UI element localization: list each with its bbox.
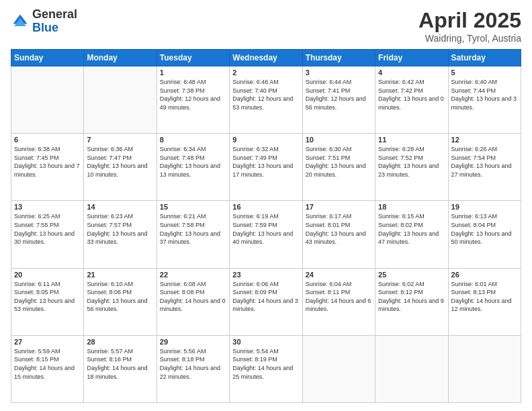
calendar-cell: 14Sunrise: 6:23 AMSunset: 7:57 PMDayligh… xyxy=(84,201,157,268)
calendar-cell: 7Sunrise: 6:36 AMSunset: 7:47 PMDaylight… xyxy=(84,134,157,201)
day-number: 11 xyxy=(378,136,445,144)
calendar-cell: 19Sunrise: 6:13 AMSunset: 8:04 PMDayligh… xyxy=(448,201,521,268)
day-number: 1 xyxy=(160,68,226,77)
title-block: April 2025 Waidring, Tyrol, Austria xyxy=(418,8,521,44)
calendar-cell: 5Sunrise: 6:40 AMSunset: 7:44 PMDaylight… xyxy=(448,66,521,134)
logo-blue-text: Blue xyxy=(32,21,58,34)
calendar-cell xyxy=(302,335,375,402)
day-detail: Sunrise: 6:30 AMSunset: 7:51 PMDaylight:… xyxy=(306,145,372,179)
day-number: 2 xyxy=(232,68,299,77)
calendar-cell: 4Sunrise: 6:42 AMSunset: 7:42 PMDaylight… xyxy=(375,66,448,134)
calendar-cell xyxy=(11,66,84,134)
day-detail: Sunrise: 6:36 AMSunset: 7:47 PMDaylight:… xyxy=(87,145,153,179)
calendar-cell: 1Sunrise: 6:48 AMSunset: 7:38 PMDaylight… xyxy=(157,66,229,134)
sub-title: Waidring, Tyrol, Austria xyxy=(418,33,521,44)
weekday-header-monday: Monday xyxy=(84,50,157,66)
day-detail: Sunrise: 6:10 AMSunset: 8:06 PMDaylight:… xyxy=(87,280,153,314)
day-number: 29 xyxy=(160,338,226,346)
calendar-cell: 18Sunrise: 6:15 AMSunset: 8:02 PMDayligh… xyxy=(375,201,448,268)
day-number: 10 xyxy=(306,136,372,144)
calendar-cell xyxy=(375,335,448,402)
week-row-1: 6Sunrise: 6:38 AMSunset: 7:45 PMDaylight… xyxy=(11,134,521,201)
weekday-header-thursday: Thursday xyxy=(302,50,375,66)
calendar-cell: 21Sunrise: 6:10 AMSunset: 8:06 PMDayligh… xyxy=(84,268,157,335)
calendar-cell: 27Sunrise: 5:59 AMSunset: 8:15 PMDayligh… xyxy=(11,335,84,402)
day-number: 5 xyxy=(451,68,518,77)
day-detail: Sunrise: 6:40 AMSunset: 7:44 PMDaylight:… xyxy=(451,78,518,111)
calendar-cell: 28Sunrise: 5:57 AMSunset: 8:16 PMDayligh… xyxy=(84,335,157,402)
calendar-cell: 9Sunrise: 6:32 AMSunset: 7:49 PMDaylight… xyxy=(230,134,302,201)
page: General Blue April 2025 Waidring, Tyrol,… xyxy=(0,0,532,411)
calendar-cell: 15Sunrise: 6:21 AMSunset: 7:58 PMDayligh… xyxy=(157,201,229,268)
weekday-header-saturday: Saturday xyxy=(448,50,521,66)
day-number: 7 xyxy=(87,136,153,144)
day-number: 13 xyxy=(14,203,81,211)
day-number: 9 xyxy=(232,136,299,144)
day-detail: Sunrise: 6:26 AMSunset: 7:54 PMDaylight:… xyxy=(451,145,518,179)
week-row-0: 1Sunrise: 6:48 AMSunset: 7:38 PMDaylight… xyxy=(11,66,521,134)
header: General Blue April 2025 Waidring, Tyrol,… xyxy=(11,8,521,44)
calendar-cell xyxy=(84,66,157,134)
day-detail: Sunrise: 6:11 AMSunset: 8:05 PMDaylight:… xyxy=(14,280,81,314)
calendar-cell: 20Sunrise: 6:11 AMSunset: 8:05 PMDayligh… xyxy=(11,268,84,335)
day-number: 26 xyxy=(451,271,518,279)
day-number: 21 xyxy=(87,271,153,279)
calendar-cell: 25Sunrise: 6:02 AMSunset: 8:12 PMDayligh… xyxy=(375,268,448,335)
calendar-cell: 24Sunrise: 6:04 AMSunset: 8:11 PMDayligh… xyxy=(302,268,375,335)
day-detail: Sunrise: 6:02 AMSunset: 8:12 PMDaylight:… xyxy=(378,280,445,314)
day-number: 15 xyxy=(160,203,226,211)
day-number: 4 xyxy=(378,68,445,77)
calendar-cell: 3Sunrise: 6:44 AMSunset: 7:41 PMDaylight… xyxy=(302,66,375,134)
day-detail: Sunrise: 6:01 AMSunset: 8:13 PMDaylight:… xyxy=(451,280,518,314)
day-detail: Sunrise: 6:19 AMSunset: 7:59 PMDaylight:… xyxy=(232,212,299,246)
calendar-cell: 26Sunrise: 6:01 AMSunset: 8:13 PMDayligh… xyxy=(448,268,521,335)
day-number: 30 xyxy=(232,338,299,346)
day-number: 3 xyxy=(306,68,372,77)
day-detail: Sunrise: 5:59 AMSunset: 8:15 PMDaylight:… xyxy=(14,347,81,381)
day-number: 22 xyxy=(160,271,226,279)
day-detail: Sunrise: 6:15 AMSunset: 8:02 PMDaylight:… xyxy=(378,212,445,246)
day-detail: Sunrise: 5:54 AMSunset: 8:19 PMDaylight:… xyxy=(232,347,299,381)
day-detail: Sunrise: 6:08 AMSunset: 8:08 PMDaylight:… xyxy=(160,280,226,314)
day-number: 24 xyxy=(306,271,372,279)
day-detail: Sunrise: 6:42 AMSunset: 7:42 PMDaylight:… xyxy=(378,78,445,111)
day-number: 12 xyxy=(451,136,518,144)
weekday-header-row: SundayMondayTuesdayWednesdayThursdayFrid… xyxy=(11,50,521,66)
week-row-4: 27Sunrise: 5:59 AMSunset: 8:15 PMDayligh… xyxy=(11,335,521,402)
day-detail: Sunrise: 6:13 AMSunset: 8:04 PMDaylight:… xyxy=(451,212,518,246)
week-row-3: 20Sunrise: 6:11 AMSunset: 8:05 PMDayligh… xyxy=(11,268,521,335)
calendar-cell: 12Sunrise: 6:26 AMSunset: 7:54 PMDayligh… xyxy=(448,134,521,201)
calendar-cell: 17Sunrise: 6:17 AMSunset: 8:01 PMDayligh… xyxy=(302,201,375,268)
logo-text: General Blue xyxy=(32,8,77,35)
weekday-header-tuesday: Tuesday xyxy=(157,50,229,66)
day-detail: Sunrise: 6:21 AMSunset: 7:58 PMDaylight:… xyxy=(160,212,226,246)
day-number: 23 xyxy=(232,271,299,279)
day-detail: Sunrise: 6:32 AMSunset: 7:49 PMDaylight:… xyxy=(232,145,299,179)
day-number: 20 xyxy=(14,271,81,279)
day-number: 6 xyxy=(14,136,81,144)
week-row-2: 13Sunrise: 6:25 AMSunset: 7:55 PMDayligh… xyxy=(11,201,521,268)
day-detail: Sunrise: 6:04 AMSunset: 8:11 PMDaylight:… xyxy=(306,280,372,314)
logo-general-text: General xyxy=(32,7,77,21)
calendar-cell: 30Sunrise: 5:54 AMSunset: 8:19 PMDayligh… xyxy=(230,335,302,402)
day-number: 8 xyxy=(160,136,226,144)
calendar-cell: 29Sunrise: 5:56 AMSunset: 8:18 PMDayligh… xyxy=(157,335,229,402)
day-number: 14 xyxy=(87,203,153,211)
calendar-cell: 13Sunrise: 6:25 AMSunset: 7:55 PMDayligh… xyxy=(11,201,84,268)
day-detail: Sunrise: 6:28 AMSunset: 7:52 PMDaylight:… xyxy=(378,145,445,179)
day-detail: Sunrise: 6:44 AMSunset: 7:41 PMDaylight:… xyxy=(306,78,372,111)
day-detail: Sunrise: 6:46 AMSunset: 7:40 PMDaylight:… xyxy=(232,78,299,111)
day-number: 28 xyxy=(87,338,153,346)
calendar-cell: 10Sunrise: 6:30 AMSunset: 7:51 PMDayligh… xyxy=(302,134,375,201)
logo: General Blue xyxy=(11,8,77,35)
day-detail: Sunrise: 5:56 AMSunset: 8:18 PMDaylight:… xyxy=(160,347,226,381)
calendar-cell: 23Sunrise: 6:06 AMSunset: 8:09 PMDayligh… xyxy=(230,268,302,335)
day-detail: Sunrise: 6:38 AMSunset: 7:45 PMDaylight:… xyxy=(14,145,81,179)
day-number: 25 xyxy=(378,271,445,279)
calendar-cell: 16Sunrise: 6:19 AMSunset: 7:59 PMDayligh… xyxy=(230,201,302,268)
day-detail: Sunrise: 6:06 AMSunset: 8:09 PMDaylight:… xyxy=(232,280,299,314)
day-number: 18 xyxy=(378,203,445,211)
day-detail: Sunrise: 6:48 AMSunset: 7:38 PMDaylight:… xyxy=(160,78,226,111)
calendar-cell: 11Sunrise: 6:28 AMSunset: 7:52 PMDayligh… xyxy=(375,134,448,201)
day-detail: Sunrise: 6:25 AMSunset: 7:55 PMDaylight:… xyxy=(14,212,81,246)
